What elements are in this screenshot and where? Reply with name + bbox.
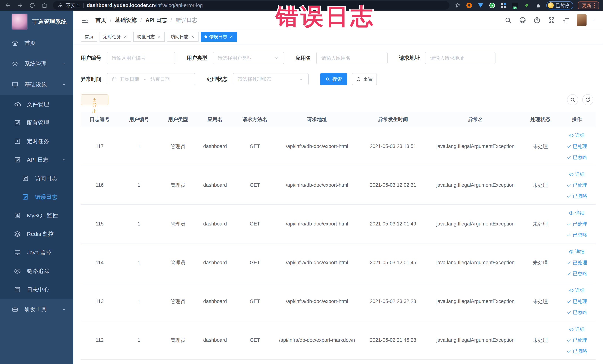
date-range-picker[interactable]: 开始日期 - 结束日期	[107, 73, 195, 85]
check-icon	[567, 155, 571, 160]
status-cell: 未处理	[523, 297, 558, 306]
user-avatar[interactable]	[577, 14, 587, 26]
extensions-puzzle-icon[interactable]	[535, 2, 542, 9]
fontsize-icon[interactable]	[562, 16, 570, 24]
ignored-link[interactable]: 已忽略	[567, 270, 587, 277]
time-cell: 2021-05-02 23:32:28	[358, 297, 428, 305]
sidebar-item-8[interactable]: 错误日志	[0, 188, 73, 206]
toggle-search-button[interactable]	[567, 94, 578, 105]
process-status-select[interactable]: 请选择处理状态	[233, 73, 309, 85]
tags-view-bar: 首页定时任务调度日志访问日志错误日志	[73, 30, 603, 44]
request-url-input[interactable]	[430, 55, 490, 61]
export-button[interactable]: 导出	[81, 94, 108, 105]
fullscreen-icon[interactable]	[548, 16, 555, 24]
extension-green-icon[interactable]: v	[489, 2, 496, 9]
id-cell: 112	[81, 336, 119, 344]
processed-link[interactable]: 已处理	[567, 298, 587, 305]
user-id-input[interactable]	[112, 55, 170, 61]
detail-link[interactable]: 详细	[569, 326, 585, 332]
sidebar-item-12[interactable]: 链路追踪	[0, 262, 73, 280]
ignored-link[interactable]: 已忽略	[567, 232, 587, 238]
back-icon[interactable]	[4, 2, 12, 9]
tab-label: 错误日志	[209, 34, 227, 40]
ignored-link[interactable]: 已忽略	[567, 309, 587, 316]
error-log-table: 日志编号用户编号用户类型应用名请求方法名请求地址异常发生时间异常名处理状态操作 …	[81, 112, 596, 360]
reload-icon[interactable]	[29, 2, 36, 9]
browser-menu-icon[interactable]	[594, 3, 595, 8]
hamburger-icon[interactable]	[81, 16, 89, 24]
sidebar-item-11[interactable]: Java 监控	[0, 243, 73, 262]
processed-link[interactable]: 已处理	[567, 182, 587, 188]
close-icon[interactable]	[123, 35, 127, 39]
breadcrumb-separator: /	[140, 17, 142, 23]
extension-leaf-icon[interactable]	[523, 2, 530, 9]
not-secure-warning-icon	[58, 3, 63, 8]
sidebar-item-4[interactable]: 配置管理	[0, 114, 73, 132]
check-icon	[567, 260, 571, 265]
close-icon[interactable]	[229, 35, 233, 39]
profile-paused-chip[interactable]: 已暂停	[546, 1, 573, 10]
detail-link[interactable]: 详细	[569, 132, 585, 139]
tab-2[interactable]: 调度日志	[133, 32, 165, 42]
sidebar-item-3[interactable]: 文件管理	[0, 95, 73, 114]
app-name-input[interactable]	[321, 55, 383, 61]
sidebar-item-1[interactable]: 系统管理	[0, 53, 73, 74]
sidebar-item-14[interactable]: 研发工具	[0, 299, 73, 320]
processed-link[interactable]: 已处理	[567, 337, 587, 343]
home-nav-icon[interactable]	[41, 2, 48, 9]
tab-0[interactable]: 首页	[81, 32, 97, 42]
breadcrumb-item-0[interactable]: 首页	[95, 16, 106, 24]
sidebar-logo-row[interactable]: 芋道管理系统	[0, 11, 73, 33]
ignored-link[interactable]: 已忽略	[567, 193, 587, 199]
search-icon[interactable]	[504, 16, 512, 24]
check-icon	[567, 144, 571, 149]
sidebar-item-2[interactable]: 基础设施	[0, 74, 73, 95]
tab-4[interactable]: 错误日志	[201, 32, 237, 42]
search-button[interactable]: 搜索	[320, 73, 347, 85]
ignored-link[interactable]: 已忽略	[567, 348, 587, 354]
extension-orange-icon[interactable]	[466, 2, 473, 9]
breadcrumb-item-1[interactable]: 基础设施	[115, 16, 137, 24]
method-cell: GET	[233, 142, 276, 150]
refresh-table-button[interactable]	[582, 94, 593, 105]
close-icon[interactable]	[191, 35, 195, 39]
tab-3[interactable]: 访问日志	[167, 32, 198, 42]
security-label: 不安全	[66, 2, 81, 9]
github-icon[interactable]	[519, 16, 526, 24]
address-bar[interactable]: 不安全 dashboard.yudao.iocoder.cn/infra/log…	[53, 1, 450, 10]
processed-link[interactable]: 已处理	[567, 259, 587, 266]
breadcrumb-item-2[interactable]: API 日志	[146, 16, 167, 24]
bookmark-star-icon[interactable]	[454, 2, 461, 9]
sidebar-item-13[interactable]: 日志中心	[0, 280, 73, 299]
browser-update-button[interactable]: 更新	[578, 1, 599, 9]
sidebar-item-5[interactable]: 定时任务	[0, 132, 73, 151]
extension-on-icon[interactable]	[512, 2, 519, 9]
detail-link[interactable]: 详细	[569, 210, 585, 216]
tab-1[interactable]: 定时任务	[100, 32, 131, 42]
forward-icon[interactable]	[16, 2, 24, 9]
reset-button[interactable]: 重置	[352, 73, 377, 85]
exception-time-label: 异常时间	[81, 76, 101, 83]
sidebar-item-6[interactable]: API 日志	[0, 151, 73, 169]
sidebar-item-0[interactable]: 首页	[0, 33, 73, 53]
avatar-caret-down-icon[interactable]	[591, 18, 595, 23]
help-icon[interactable]	[533, 16, 541, 24]
check-icon	[567, 233, 571, 237]
extension-grid-icon[interactable]	[500, 2, 507, 9]
actions-cell: 详细已处理已忽略	[558, 244, 596, 282]
processed-link[interactable]: 已处理	[567, 143, 587, 150]
user-type-select[interactable]: 请选择用户类型	[213, 52, 284, 64]
sidebar-item-10[interactable]: Redis 监控	[0, 225, 73, 243]
eye-icon	[569, 288, 574, 293]
url-cell: /api/infra/db-doc/export-html	[276, 181, 358, 189]
close-icon[interactable]	[157, 35, 161, 39]
extension-blue-icon[interactable]	[477, 2, 484, 9]
detail-link[interactable]: 详细	[569, 287, 585, 294]
sidebar-item-9[interactable]: MySQL 监控	[0, 206, 73, 225]
detail-link[interactable]: 详细	[569, 171, 585, 177]
ignored-link[interactable]: 已忽略	[567, 154, 587, 161]
omnibox-divider	[83, 3, 84, 8]
processed-link[interactable]: 已处理	[567, 221, 587, 227]
sidebar-item-7[interactable]: 访问日志	[0, 169, 73, 188]
detail-link[interactable]: 详细	[569, 248, 585, 255]
